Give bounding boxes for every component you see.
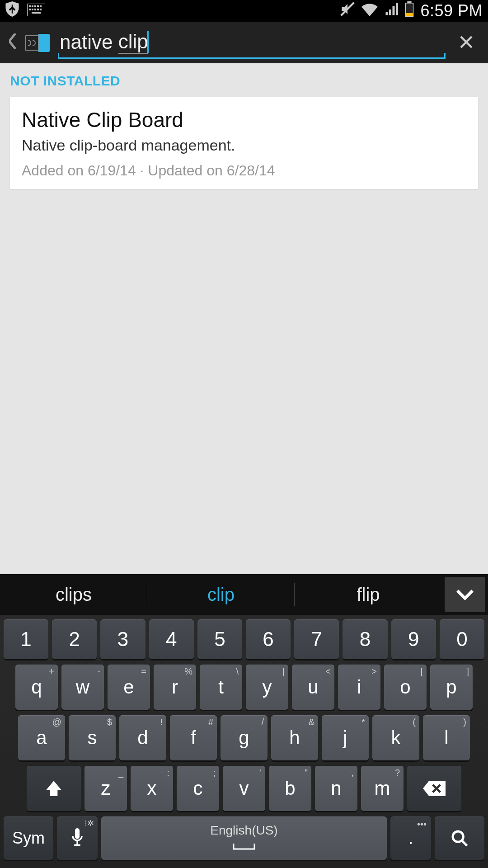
search-text-underlined: clip	[118, 30, 148, 54]
key-5[interactable]: 5	[197, 619, 242, 659]
svg-rect-8	[34, 9, 36, 10]
svg-point-22	[453, 831, 463, 842]
key-2[interactable]: 2	[52, 619, 97, 659]
key-t[interactable]: \t	[200, 665, 242, 710]
key-v[interactable]: 'v	[223, 766, 265, 811]
key-f[interactable]: #f	[170, 715, 217, 760]
period-key[interactable]: ••• .	[390, 816, 431, 860]
signal-icon	[384, 2, 399, 20]
key-row-bottom: Sym ⁝✲ English(US) ••• .	[4, 816, 484, 860]
svg-rect-16	[406, 13, 413, 16]
results-area: NOT INSTALLED Native Clip Board Native c…	[0, 63, 488, 574]
space-icon	[233, 839, 255, 853]
key-3[interactable]: 3	[100, 619, 145, 659]
suggestion-right[interactable]: flip	[295, 574, 442, 615]
key-u[interactable]: <u	[292, 665, 334, 710]
backspace-icon	[423, 781, 446, 796]
key-1[interactable]: 1	[4, 619, 48, 659]
svg-line-23	[462, 840, 467, 846]
key-p[interactable]: ]p	[430, 665, 473, 710]
key-a[interactable]: @a	[18, 715, 65, 760]
key-q[interactable]: +q	[15, 665, 58, 710]
svg-rect-9	[37, 9, 39, 10]
space-key[interactable]: English(US)	[101, 816, 387, 860]
shift-key[interactable]	[27, 766, 81, 811]
soft-keyboard: clips clip flip 1234567890 +q-w=e%r\t|y<…	[0, 574, 488, 868]
keyboard-indicator-icon	[27, 2, 45, 20]
key-row-numbers: 1234567890	[4, 619, 484, 659]
result-card[interactable]: Native Clip Board Native clip-board mana…	[10, 97, 478, 189]
svg-rect-13	[408, 1, 412, 3]
suggestion-bar: clips clip flip	[0, 574, 488, 615]
key-0[interactable]: 0	[440, 619, 484, 659]
key-row-zxcv: _z:x;c'v"b,n?m	[4, 766, 484, 811]
key-e[interactable]: =e	[108, 665, 150, 710]
battery-icon	[405, 1, 414, 20]
xposed-icon[interactable]	[25, 34, 50, 52]
key-y[interactable]: |y	[246, 665, 288, 710]
key-j[interactable]: *j	[322, 715, 369, 760]
svg-rect-4	[37, 5, 39, 7]
key-row-asdf: @a$s!d#f/g&h*j(k)l	[4, 715, 484, 760]
search-field[interactable]: native clip	[58, 27, 446, 59]
clear-search-button[interactable]	[454, 30, 479, 55]
key-g[interactable]: /g	[221, 715, 267, 760]
svg-rect-18	[25, 36, 39, 50]
svg-rect-17	[38, 34, 50, 52]
key-7[interactable]: 7	[294, 619, 339, 659]
search-text-plain: native	[58, 31, 118, 53]
expand-suggestions-button[interactable]	[445, 577, 485, 612]
key-h[interactable]: &h	[271, 715, 318, 760]
svg-rect-7	[32, 9, 33, 10]
section-label: NOT INSTALLED	[10, 73, 478, 89]
back-button[interactable]	[9, 33, 17, 53]
shield-icon	[5, 1, 19, 20]
result-description: Native clip-board management.	[22, 137, 466, 154]
svg-rect-6	[29, 9, 31, 10]
mute-icon	[340, 1, 355, 20]
mic-icon	[70, 828, 84, 848]
key-6[interactable]: 6	[246, 619, 291, 659]
key-s[interactable]: $s	[69, 715, 116, 760]
key-8[interactable]: 8	[343, 619, 387, 659]
key-n[interactable]: ,n	[315, 766, 357, 811]
key-b[interactable]: "b	[269, 766, 311, 811]
sym-key[interactable]: Sym	[4, 816, 53, 860]
svg-rect-1	[29, 5, 31, 7]
shift-icon	[45, 779, 63, 797]
key-z[interactable]: _z	[84, 766, 127, 811]
text-cursor	[147, 31, 149, 53]
search-header: native clip	[0, 22, 488, 63]
svg-rect-10	[40, 9, 42, 10]
key-m[interactable]: ?m	[361, 766, 404, 811]
svg-rect-5	[40, 5, 42, 7]
key-d[interactable]: !d	[119, 715, 166, 760]
key-r[interactable]: %r	[154, 665, 196, 710]
key-c[interactable]: ;c	[177, 766, 219, 811]
mic-key[interactable]: ⁝✲	[57, 816, 98, 860]
svg-rect-15	[406, 4, 413, 14]
chevron-down-icon	[456, 589, 474, 600]
key-x[interactable]: :x	[131, 766, 173, 811]
svg-rect-11	[32, 12, 41, 14]
svg-rect-3	[34, 5, 36, 7]
search-key[interactable]	[435, 816, 484, 860]
key-9[interactable]: 9	[391, 619, 436, 659]
key-l[interactable]: )l	[423, 715, 470, 760]
key-i[interactable]: >i	[338, 665, 380, 710]
wifi-icon	[361, 2, 378, 20]
suggestion-center[interactable]: clip	[147, 574, 295, 615]
key-row-qwerty: +q-w=e%r\t|y<u>i[o]p	[4, 665, 484, 710]
backspace-key[interactable]	[407, 766, 461, 811]
search-icon	[450, 829, 469, 847]
result-meta: Added on 6/19/14 · Updated on 6/28/14	[22, 162, 466, 179]
key-w[interactable]: -w	[61, 665, 104, 710]
gear-hint-icon: ⁝✲	[84, 818, 94, 828]
status-bar: 6:59 PM	[0, 0, 488, 22]
key-o[interactable]: [o	[384, 665, 427, 710]
key-4[interactable]: 4	[149, 619, 194, 659]
result-title: Native Clip Board	[22, 108, 466, 132]
key-k[interactable]: (k	[372, 715, 419, 760]
suggestion-left[interactable]: clips	[0, 574, 147, 615]
space-label: English(US)	[210, 823, 277, 838]
